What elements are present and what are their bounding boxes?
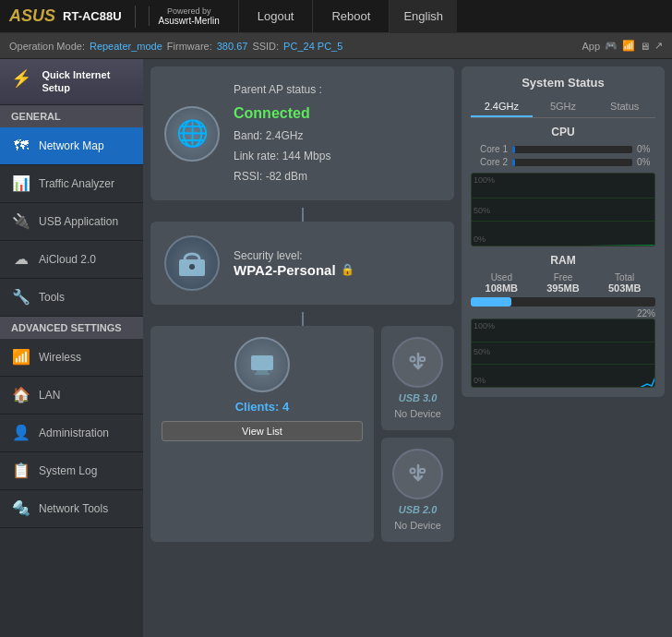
usb3-status: No Device [394, 408, 441, 419]
sidebar-item-aicloud[interactable]: ☁ AiCloud 2.0 [0, 241, 143, 279]
svg-rect-1 [185, 254, 199, 263]
ap-info: Parent AP status : Connected Band: 2.4GH… [234, 80, 330, 186]
core1-bar-container [512, 146, 632, 153]
ap-link-rate: Link rate: 144 Mbps [234, 147, 330, 167]
ram-used-label: Used [486, 272, 518, 282]
logout-button[interactable]: Logout [238, 0, 313, 33]
ram-graph: 100% 50% 0% [471, 318, 655, 388]
freq-tabs: 2.4GHz 5GHz Status [471, 97, 655, 118]
model-name: RT-AC88U [63, 9, 122, 23]
connector-2 [302, 312, 304, 326]
header: ASUS RT-AC88U Powered by Asuswrt-Merlin … [0, 0, 672, 33]
security-box: Security level: WPA2-Personal 🔒 [150, 222, 454, 305]
tools-icon: 🔧 [11, 287, 31, 307]
sidebar-item-lan[interactable]: 🏠 LAN [0, 377, 143, 415]
sidebar-item-network-map[interactable]: 🗺 Network Map [0, 127, 143, 165]
ram-total-stat: Total 503MB [608, 272, 641, 294]
core2-pct: 0% [637, 157, 655, 167]
powered-by-label: Powered by [167, 6, 211, 16]
network-map-label: Network Map [39, 139, 104, 152]
security-level-label: Security level: [234, 249, 354, 262]
firmware-label: Firmware: [167, 41, 212, 52]
powered-by-name: Asuswrt-Merlin [159, 16, 220, 26]
operation-mode-label: Operation Mode: [9, 41, 85, 52]
svg-rect-4 [257, 370, 268, 373]
system-log-label: System Log [39, 464, 97, 477]
svg-point-8 [410, 468, 414, 473]
network-tools-label: Network Tools [39, 502, 108, 515]
logo-area: ASUS RT-AC88U Powered by Asuswrt-Merlin [0, 6, 238, 28]
ram-free-value: 395MB [546, 282, 579, 294]
wireless-icon: 📶 [11, 347, 31, 367]
ram-used-stat: Used 108MB [486, 272, 518, 294]
ram-title: RAM [471, 254, 655, 267]
sidebar-item-administration[interactable]: 👤 Administration [0, 415, 143, 452]
tools-label: Tools [39, 291, 65, 304]
reboot-button[interactable]: Reboot [312, 0, 389, 33]
core1-pct: 0% [637, 144, 655, 154]
sidebar: ⚡ Quick Internet Setup General 🗺 Network… [0, 59, 143, 637]
operation-mode-value[interactable]: Repeater_mode [90, 41, 162, 52]
monitor-icon: 🖥 [640, 41, 650, 52]
usb3-box: USB 3.0 No Device [381, 326, 454, 430]
lan-icon: 🏠 [11, 385, 31, 405]
cpu-title: CPU [471, 126, 655, 138]
core1-bar [512, 146, 515, 153]
quick-internet-setup[interactable]: ⚡ Quick Internet Setup [0, 59, 143, 105]
clients-icon [234, 337, 290, 392]
app-label: App [582, 41, 600, 52]
sidebar-item-usb-application[interactable]: 🔌 USB Application [0, 203, 143, 241]
ssid-label: SSID: [252, 41, 279, 52]
network-diagram: 🌐 Parent AP status : Connected Band: 2.4… [150, 66, 454, 542]
usb2-label: USB 2.0 [399, 504, 438, 515]
lan-label: LAN [39, 389, 60, 402]
cpu-graph: 100% 50% 0% [471, 173, 655, 246]
general-header: General [0, 105, 143, 127]
svg-rect-7 [420, 357, 425, 361]
svg-point-6 [410, 356, 414, 361]
system-status-title: System Status [471, 76, 655, 90]
main-layout: ⚡ Quick Internet Setup General 🗺 Network… [0, 59, 672, 637]
system-status-box: System Status 2.4GHz 5GHz Status CPU Cor… [462, 66, 665, 397]
aicloud-label: AiCloud 2.0 [39, 253, 96, 266]
ssid-value[interactable]: PC_24 PC_5 [283, 41, 342, 52]
ap-connected-status: Connected [234, 101, 330, 127]
clients-box: Clients: 4 View List [150, 326, 374, 542]
ram-section: RAM Used 108MB Free 395MB Total [471, 254, 655, 318]
language-selector[interactable]: English [389, 0, 457, 33]
connector-1 [302, 208, 304, 222]
security-value: WPA2-Personal 🔒 [234, 262, 354, 278]
sidebar-item-network-tools[interactable]: 🔩 Network Tools [0, 490, 143, 528]
ap-icon: 🌐 [164, 106, 220, 162]
core1-row: Core 1 0% [471, 144, 655, 154]
wireless-label: Wireless [39, 351, 81, 364]
devices-row: Clients: 4 View List [150, 326, 454, 542]
status-bar: Operation Mode: Repeater_mode Firmware: … [0, 33, 672, 59]
quick-setup-icon: ⚡ [11, 68, 34, 94]
svg-point-2 [189, 264, 195, 270]
firmware-value[interactable]: 380.67 [217, 41, 248, 52]
svg-rect-3 [251, 355, 273, 370]
security-info: Security level: WPA2-Personal 🔒 [234, 249, 354, 278]
ram-bar-container [471, 297, 655, 306]
usb-application-icon: 🔌 [11, 211, 31, 232]
tab-24ghz[interactable]: 2.4GHz [471, 97, 533, 117]
asus-logo: ASUS [9, 6, 55, 26]
sidebar-item-system-log[interactable]: 📋 System Log [0, 452, 143, 490]
view-list-button[interactable]: View List [162, 421, 363, 441]
traffic-analyzer-label: Traffic Analyzer [39, 177, 114, 190]
aicloud-icon: ☁ [11, 249, 31, 270]
wifi-icon: 📶 [622, 40, 635, 52]
ap-band: Band: 2.4GHz [234, 126, 330, 147]
sidebar-item-tools[interactable]: 🔧 Tools [0, 279, 143, 317]
ap-rssi: RSSI: -82 dBm [234, 167, 330, 187]
advanced-settings-header: Advanced Settings [0, 317, 143, 339]
tab-status[interactable]: Status [594, 97, 655, 117]
usb-application-label: USB Application [39, 215, 118, 228]
tab-5ghz[interactable]: 5GHz [533, 97, 594, 117]
sidebar-item-traffic-analyzer[interactable]: 📊 Traffic Analyzer [0, 165, 143, 203]
ap-status-box: 🌐 Parent AP status : Connected Band: 2.4… [150, 66, 454, 200]
status-icons: App 🎮 📶 🖥 ↗ [582, 40, 663, 52]
security-icon [164, 235, 220, 291]
sidebar-item-wireless[interactable]: 📶 Wireless [0, 339, 143, 377]
